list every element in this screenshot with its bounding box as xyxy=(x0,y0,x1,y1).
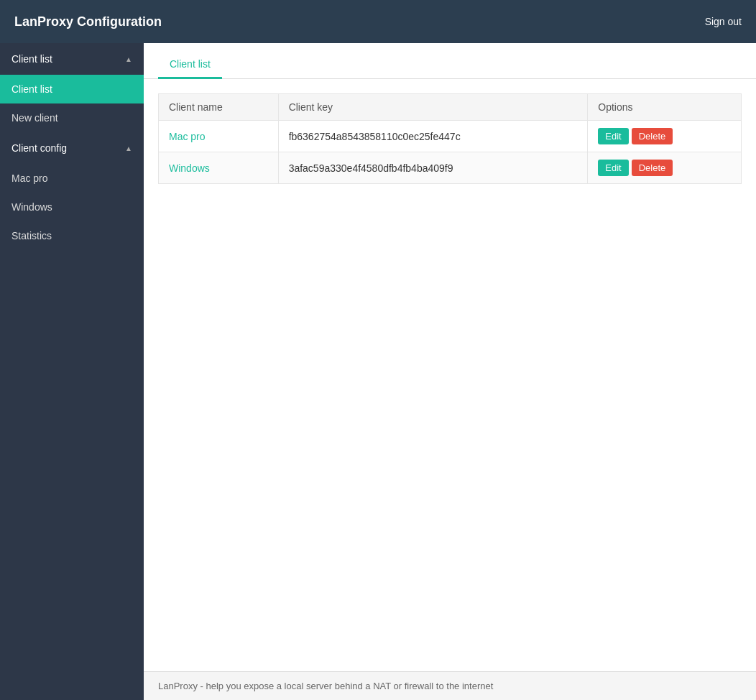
navbar-brand: LanProxy Configuration xyxy=(14,14,162,29)
client-name-link[interactable]: Mac pro xyxy=(169,131,206,142)
client-name-link[interactable]: Windows xyxy=(169,162,210,174)
delete-button[interactable]: Delete xyxy=(632,160,673,176)
client-name-cell: Windows xyxy=(159,152,279,184)
tab-client-list[interactable]: Client list xyxy=(158,51,222,79)
client-config-arrow-icon: ▲ xyxy=(125,144,132,152)
col-options: Options xyxy=(588,94,742,121)
client-list-arrow-icon: ▲ xyxy=(125,55,132,63)
table-row: Mac profb6362754a8543858110c0ec25fe447cE… xyxy=(159,121,742,152)
col-client-name: Client name xyxy=(159,94,279,121)
sidebar-client-list-header[interactable]: Client list ▲ xyxy=(0,43,144,75)
content-area: Client list Client name Client key Optio… xyxy=(144,43,756,700)
sidebar-item-mac-pro[interactable]: Mac pro xyxy=(0,164,144,193)
sidebar-item-new-client[interactable]: New client xyxy=(0,103,144,132)
edit-button[interactable]: Edit xyxy=(598,128,628,144)
sidebar-item-statistics[interactable]: Statistics xyxy=(0,221,144,250)
client-options-cell: EditDelete xyxy=(588,152,742,184)
col-client-key: Client key xyxy=(278,94,588,121)
signout-button[interactable]: Sign out xyxy=(705,16,742,27)
sidebar-item-windows[interactable]: Windows xyxy=(0,193,144,221)
table-row: Windows3afac59a330e4f4580dfb4fb4ba409f9E… xyxy=(159,152,742,184)
main-layout: Client list ▲ Client list New client Cli… xyxy=(0,43,756,700)
sidebar-client-list-header-label: Client list xyxy=(11,53,52,65)
sidebar: Client list ▲ Client list New client Cli… xyxy=(0,43,144,700)
table-container: Client name Client key Options Mac profb… xyxy=(144,79,756,671)
client-key-cell: 3afac59a330e4f4580dfb4fb4ba409f9 xyxy=(278,152,588,184)
edit-button[interactable]: Edit xyxy=(598,160,628,176)
client-key-cell: fb6362754a8543858110c0ec25fe447c xyxy=(278,121,588,152)
tab-bar: Client list xyxy=(144,43,756,79)
sidebar-client-config-header-label: Client config xyxy=(11,142,67,154)
table-header-row: Client name Client key Options xyxy=(159,94,742,121)
sidebar-item-client-list[interactable]: Client list xyxy=(0,75,144,103)
navbar: LanProxy Configuration Sign out xyxy=(0,0,756,43)
client-options-cell: EditDelete xyxy=(588,121,742,152)
client-name-cell: Mac pro xyxy=(159,121,279,152)
footer: LanProxy - help you expose a local serve… xyxy=(144,671,756,700)
sidebar-client-config-header[interactable]: Client config ▲ xyxy=(0,132,144,164)
clients-table: Client name Client key Options Mac profb… xyxy=(158,93,742,184)
footer-text: LanProxy - help you expose a local serve… xyxy=(158,681,493,691)
delete-button[interactable]: Delete xyxy=(632,128,673,144)
